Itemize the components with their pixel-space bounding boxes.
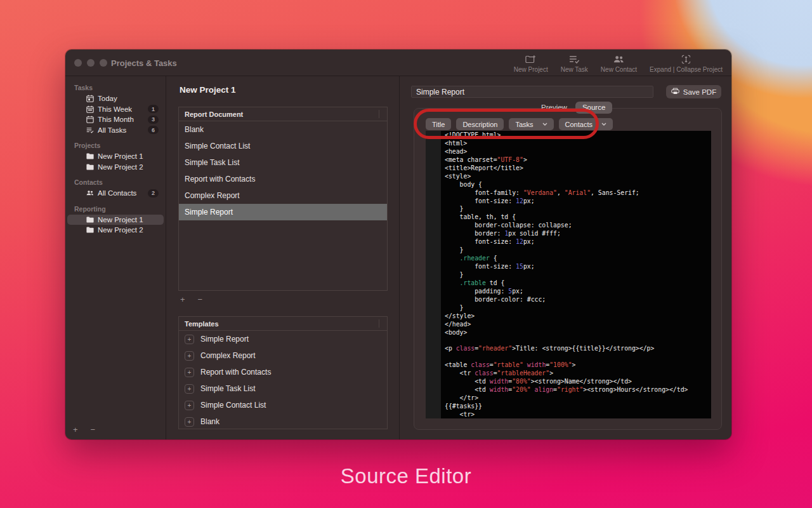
- code-line: <head>: [445, 148, 711, 156]
- save-pdf-button[interactable]: Save PDF: [666, 85, 721, 98]
- template-label: Blank: [200, 417, 219, 426]
- sidebar-section-contacts: ContactsAll Contacts2: [65, 178, 166, 199]
- code-line: {{#tasks}}: [445, 403, 711, 411]
- sidebar-item-label: All Contacts: [98, 189, 136, 197]
- sidebar-section-projects: ProjectsNew Project 1New Project 2: [65, 142, 166, 172]
- count-badge: 1: [148, 105, 159, 113]
- code-line: }: [445, 246, 711, 255]
- sidebar-item-label: This Month: [98, 116, 134, 123]
- template-label: Simple Report: [200, 335, 249, 344]
- calendar-today-icon: [86, 95, 94, 102]
- title-bar: Projects & Tasks New ProjectNew TaskNew …: [65, 50, 731, 76]
- add-template-button[interactable]: +: [185, 417, 194, 427]
- close-button[interactable]: [74, 59, 82, 67]
- snippet-label: Description: [462, 121, 497, 128]
- template-label: Simple Contact List: [200, 401, 266, 410]
- desktop-background: Projects & Tasks New ProjectNew TaskNew …: [0, 0, 812, 508]
- folder-icon: [86, 226, 94, 234]
- calendar-month-icon: [86, 116, 94, 123]
- tab-source[interactable]: Source: [575, 102, 612, 114]
- code-line: border-color: #ccc;: [445, 296, 711, 304]
- code-line: font-family: "Verdana", "Arial", Sans-Se…: [445, 189, 711, 197]
- remove-document-button[interactable]: −: [198, 295, 203, 304]
- code-line: border-collapse: collapse;: [445, 222, 711, 230]
- code-line: </head>: [445, 321, 711, 329]
- toolbar-label: New Task: [561, 66, 588, 73]
- sidebar-item-new-project-1[interactable]: New Project 1: [67, 151, 164, 162]
- snippet-dropdown-contacts[interactable]: Contacts: [559, 118, 613, 130]
- remove-item-button[interactable]: −: [91, 425, 96, 434]
- sidebar-item-new-project-2[interactable]: New Project 2: [67, 162, 164, 173]
- sidebar-item-all-tasks[interactable]: All Tasks6: [67, 125, 164, 136]
- template-label: Simple Task List: [200, 384, 255, 393]
- code-line: }: [445, 271, 711, 279]
- sidebar-section-title: Tasks: [65, 84, 166, 93]
- snippet-dropdown-tasks[interactable]: Tasks: [509, 118, 553, 130]
- sidebar-section-title: Projects: [65, 142, 166, 151]
- count-badge: 2: [148, 189, 159, 197]
- toolbar: New ProjectNew TaskNew ContactExpand | C…: [514, 52, 723, 75]
- folder-icon: [86, 163, 94, 171]
- snippet-button-description[interactable]: Description: [456, 118, 504, 130]
- add-template-button[interactable]: +: [185, 351, 194, 361]
- code-line: <body>: [445, 329, 711, 337]
- code-line: <style>: [445, 173, 711, 181]
- toolbar-new-task-button[interactable]: New Task: [561, 55, 588, 73]
- add-template-button[interactable]: +: [185, 401, 194, 410]
- minimize-button[interactable]: [87, 59, 95, 67]
- documents-controls: + −: [180, 295, 202, 304]
- sidebar-item-today[interactable]: Today: [67, 93, 164, 104]
- sidebar-item-label: New Project 1: [98, 152, 143, 160]
- code-line: font-size: 15px;: [445, 263, 711, 271]
- sidebar-item-all-contacts[interactable]: All Contacts2: [67, 188, 164, 199]
- tab-preview[interactable]: Preview: [534, 102, 574, 114]
- document-row-blank[interactable]: Blank: [179, 121, 387, 138]
- count-badge: 3: [148, 116, 159, 124]
- code-line: <tr>: [445, 411, 711, 418]
- add-template-button[interactable]: +: [185, 368, 194, 377]
- code-line: body {: [445, 181, 711, 189]
- code-line: <!DOCTYPE html>: [445, 131, 711, 140]
- document-row-simple-report[interactable]: Simple Report: [179, 204, 387, 220]
- save-pdf-label: Save PDF: [683, 88, 716, 96]
- document-name-input[interactable]: [411, 86, 653, 98]
- folder-icon: [86, 152, 94, 160]
- snippet-button-title[interactable]: Title: [426, 118, 451, 130]
- traffic-lights: [74, 59, 107, 67]
- template-label: Complex Report: [200, 351, 256, 360]
- source-code-editor[interactable]: <!DOCTYPE html><html><head><meta charset…: [441, 131, 711, 418]
- toolbar-new-contact-button[interactable]: New Contact: [601, 55, 637, 73]
- toolbar-label: New Contact: [601, 66, 637, 73]
- add-item-button[interactable]: +: [73, 425, 78, 434]
- zoom-button[interactable]: [100, 59, 107, 67]
- sidebar-item-label: All Tasks: [98, 126, 126, 134]
- document-row-simple-task-list[interactable]: Simple Task List: [179, 154, 387, 171]
- add-template-button[interactable]: +: [185, 335, 194, 344]
- sidebar-item-label: New Project 1: [98, 216, 143, 224]
- document-row-complex-report[interactable]: Complex Report: [179, 187, 387, 204]
- source-editor-group: TitleDescriptionTasksContacts <!DOCTYPE …: [414, 108, 722, 430]
- code-line: font-size: 12px;: [445, 238, 711, 246]
- code-line: <meta charset="UTF-8">: [445, 156, 711, 164]
- sidebar-item-label: This Week: [98, 105, 132, 113]
- sidebar-item-this-week[interactable]: This Week1: [67, 104, 164, 115]
- document-row-simple-contact-list[interactable]: Simple Contact List: [179, 138, 387, 154]
- templates-list: Templates +Simple Report+Complex Report+…: [178, 316, 388, 429]
- sidebar-item-this-month[interactable]: This Month3: [67, 114, 164, 125]
- toolbar-new-project-button[interactable]: New Project: [514, 55, 548, 73]
- document-row-report-with-contacts[interactable]: Report with Contacts: [179, 171, 387, 187]
- snippet-label: Contacts: [565, 121, 593, 128]
- sidebar-section-reporting: ReportingNew Project 1New Project 2: [65, 205, 166, 236]
- toolbar-expand-collapse-project-button[interactable]: Expand | Collapse Project: [650, 55, 723, 73]
- template-row-report-with-contacts: +Report with Contacts: [179, 364, 387, 380]
- code-line: <table class="rtable" width="100%">: [445, 361, 711, 370]
- people-icon: [613, 55, 624, 65]
- add-template-button[interactable]: +: [185, 384, 194, 394]
- add-document-button[interactable]: +: [180, 295, 185, 304]
- folder-icon: [86, 216, 94, 224]
- sidebar-controls: +−: [73, 425, 95, 434]
- printer-icon: [671, 88, 679, 96]
- template-row-complex-report: +Complex Report: [179, 347, 387, 364]
- sidebar-item-new-project-2[interactable]: New Project 2: [67, 225, 164, 236]
- sidebar-item-new-project-1[interactable]: New Project 1: [67, 215, 164, 225]
